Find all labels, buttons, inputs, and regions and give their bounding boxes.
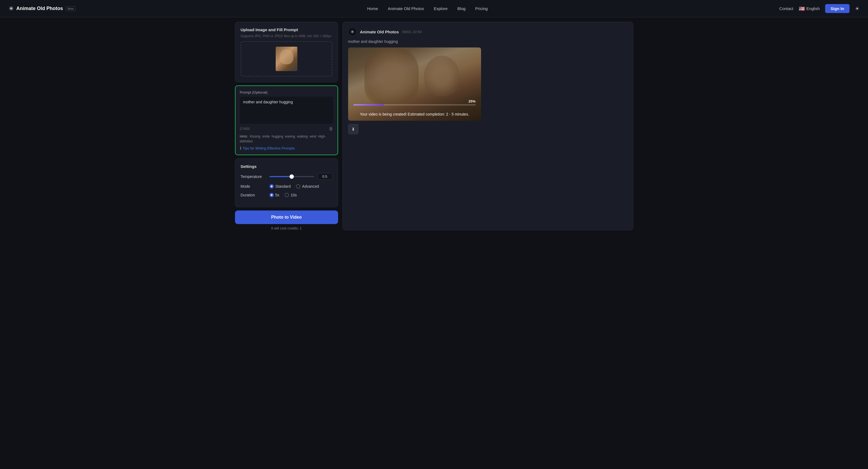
logo[interactable]: ✳ Animate Old Photos Beta bbox=[9, 5, 76, 12]
result-header: ✳ Animate Old Photos 09/03, 22:50 bbox=[348, 27, 628, 36]
prompt-footer: 27/400 🗑 bbox=[240, 126, 333, 131]
progress-overlay: 25% bbox=[348, 104, 481, 107]
result-app-icon: ✳ bbox=[348, 27, 357, 36]
settings-card: Settings Temperature 0.5 Mode Standard bbox=[235, 158, 338, 207]
upload-area[interactable] bbox=[241, 41, 332, 76]
duration-radio-group: 5s 10s bbox=[270, 193, 297, 197]
prompt-textarea[interactable]: mother and daughter hugging bbox=[240, 97, 333, 124]
nav-animate[interactable]: Animate Old Photos bbox=[388, 6, 424, 11]
mode-standard-radio[interactable] bbox=[270, 184, 274, 189]
duration-5s-radio[interactable] bbox=[270, 193, 274, 197]
temperature-row: Temperature 0.5 bbox=[241, 173, 332, 180]
theme-toggle-button[interactable]: ☀ bbox=[855, 6, 859, 12]
delete-prompt-icon[interactable]: 🗑 bbox=[329, 126, 333, 131]
duration-5s-label: 5s bbox=[275, 193, 279, 197]
hints-label: Hints: bbox=[240, 134, 248, 138]
progress-bar-bg: 25% bbox=[353, 104, 476, 105]
hints-row: Hints: Kissing smile hugging waving walk… bbox=[240, 134, 333, 144]
tips-link[interactable]: Tips for Writing Effective Prompts bbox=[243, 146, 295, 150]
settings-title: Settings bbox=[241, 164, 332, 169]
animate-button[interactable]: Photo to Video bbox=[235, 211, 338, 224]
prompt-label: Prompt (Optional) bbox=[240, 90, 333, 94]
mode-row: Mode Standard Advanced bbox=[241, 184, 332, 189]
upload-card: Upload Image and Fill Prompt Supports JP… bbox=[235, 22, 338, 82]
duration-row: Duration 5s 10s bbox=[241, 193, 332, 197]
nav-pricing[interactable]: Pricing bbox=[475, 6, 488, 11]
mode-label: Mode bbox=[241, 184, 265, 189]
temperature-slider-container: 0.5 bbox=[270, 173, 332, 180]
logo-text: Animate Old Photos bbox=[16, 6, 63, 11]
nav-right: Contact 🇺🇸 English Sign In ☀ bbox=[779, 4, 859, 13]
upload-subtitle: Supports JPG, PNG or JPEG files up to 4M… bbox=[241, 34, 332, 38]
uploaded-photo-preview bbox=[276, 46, 298, 71]
nav-links: Home Animate Old Photos Explore Blog Pri… bbox=[367, 6, 488, 11]
left-panel: Upload Image and Fill Prompt Supports JP… bbox=[235, 22, 338, 230]
duration-label: Duration bbox=[241, 193, 265, 197]
prompt-card: Prompt (Optional) mother and daughter hu… bbox=[235, 86, 338, 155]
mode-standard-option[interactable]: Standard bbox=[270, 184, 291, 189]
download-icon: ⬇ bbox=[351, 127, 355, 132]
duration-10s-radio[interactable] bbox=[285, 193, 289, 197]
mode-radio-group: Standard Advanced bbox=[270, 184, 319, 189]
progress-percent: 25% bbox=[468, 99, 475, 103]
result-prompt-text: mother and daughter hugging bbox=[348, 39, 628, 44]
navigation: ✳ Animate Old Photos Beta Home Animate O… bbox=[0, 0, 868, 18]
info-icon: ℹ bbox=[240, 146, 241, 150]
result-timestamp: 09/03, 22:50 bbox=[402, 30, 422, 34]
download-button[interactable]: ⬇ bbox=[348, 124, 359, 134]
temperature-value: 0.5 bbox=[317, 173, 332, 180]
signin-button[interactable]: Sign In bbox=[825, 4, 849, 13]
char-count: 27/400 bbox=[240, 127, 250, 131]
upload-title: Upload Image and Fill Prompt bbox=[241, 27, 332, 32]
cost-text: It will cost credits: 1 bbox=[235, 226, 338, 230]
logo-icon: ✳ bbox=[9, 5, 13, 12]
language-label: English bbox=[806, 6, 820, 11]
nav-home[interactable]: Home bbox=[367, 6, 378, 11]
right-panel: ✳ Animate Old Photos 09/03, 22:50 mother… bbox=[342, 22, 633, 230]
duration-10s-label: 10s bbox=[290, 193, 297, 197]
contact-link[interactable]: Contact bbox=[779, 6, 794, 11]
nav-explore[interactable]: Explore bbox=[434, 6, 448, 11]
progress-bar-fill bbox=[353, 104, 384, 105]
video-actions: ⬇ bbox=[348, 124, 628, 134]
cta-section: Photo to Video It will cost credits: 1 bbox=[235, 211, 338, 230]
mode-advanced-option[interactable]: Advanced bbox=[296, 184, 319, 189]
progress-message: Your video is being created! Estimated c… bbox=[348, 112, 481, 121]
language-selector[interactable]: 🇺🇸 English bbox=[799, 6, 820, 12]
video-container: 25% Your video is being created! Estimat… bbox=[348, 48, 481, 121]
temperature-label: Temperature bbox=[241, 175, 265, 179]
video-overlay bbox=[348, 48, 481, 121]
mode-advanced-radio[interactable] bbox=[296, 184, 300, 189]
mode-advanced-label: Advanced bbox=[302, 184, 319, 189]
result-app-name: Animate Old Photos bbox=[360, 30, 399, 34]
temperature-slider[interactable] bbox=[270, 176, 314, 177]
beta-badge: Beta bbox=[66, 6, 76, 11]
tips-link-row: ℹ Tips for Writing Effective Prompts bbox=[240, 146, 333, 150]
duration-10s-option[interactable]: 10s bbox=[285, 193, 297, 197]
nav-blog[interactable]: Blog bbox=[458, 6, 466, 11]
flag-icon: 🇺🇸 bbox=[799, 6, 805, 12]
duration-5s-option[interactable]: 5s bbox=[270, 193, 279, 197]
mode-standard-label: Standard bbox=[275, 184, 291, 189]
